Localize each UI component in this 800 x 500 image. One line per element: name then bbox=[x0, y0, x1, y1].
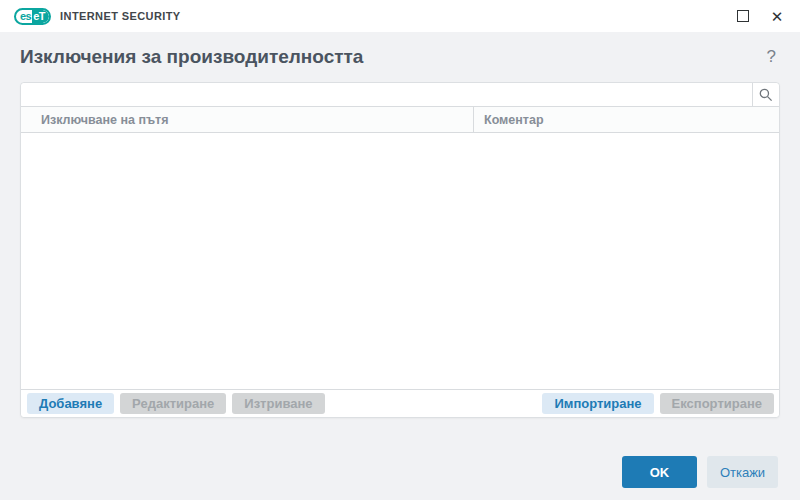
window-controls: ✕ bbox=[732, 5, 788, 27]
titlebar: es eT INTERNET SECURITY ✕ bbox=[0, 0, 800, 32]
delete-button: Изтриване bbox=[232, 393, 324, 414]
close-icon: ✕ bbox=[771, 9, 784, 24]
help-icon[interactable]: ? bbox=[763, 47, 780, 67]
column-header-comment[interactable]: Коментар bbox=[473, 107, 779, 132]
eset-logo-text-left: es bbox=[16, 10, 32, 23]
dialog-footer: OK Откажи bbox=[20, 456, 780, 488]
dialog-content: Изключения за производителността ? Изклю… bbox=[0, 32, 800, 500]
exclusions-panel: Изключване на пътя Коментар Добавяне Ред… bbox=[20, 82, 780, 418]
import-button[interactable]: Импортиране bbox=[542, 393, 653, 414]
search-bar bbox=[21, 83, 779, 107]
cancel-button[interactable]: Откажи bbox=[707, 456, 778, 488]
search-input[interactable] bbox=[21, 83, 752, 106]
search-button[interactable] bbox=[752, 83, 779, 106]
ok-button[interactable]: OK bbox=[622, 456, 697, 488]
eset-dialog-window: es eT INTERNET SECURITY ✕ Изключения за … bbox=[0, 0, 800, 500]
table-header: Изключване на пътя Коментар bbox=[21, 107, 779, 133]
page-header: Изключения за производителността ? bbox=[20, 32, 780, 82]
close-button[interactable]: ✕ bbox=[766, 5, 788, 27]
maximize-icon bbox=[737, 10, 749, 22]
add-button[interactable]: Добавяне bbox=[27, 393, 114, 414]
action-group-left: Добавяне Редактиране Изтриване bbox=[27, 393, 325, 414]
action-button-row: Добавяне Редактиране Изтриване Импортира… bbox=[21, 389, 779, 417]
eset-logo-icon: es eT bbox=[14, 8, 51, 25]
column-header-path[interactable]: Изключване на пътя bbox=[21, 107, 473, 132]
eset-logo-text-right: eT bbox=[32, 10, 49, 23]
export-button: Експортиране bbox=[660, 393, 774, 414]
page-title: Изключения за производителността bbox=[20, 46, 363, 68]
search-icon bbox=[759, 88, 773, 102]
exclusions-list-empty[interactable] bbox=[21, 133, 779, 389]
edit-button: Редактиране bbox=[120, 393, 226, 414]
maximize-button[interactable] bbox=[732, 5, 754, 27]
action-group-right: Импортиране Експортиране bbox=[542, 393, 774, 414]
brand-title: INTERNET SECURITY bbox=[60, 10, 180, 22]
